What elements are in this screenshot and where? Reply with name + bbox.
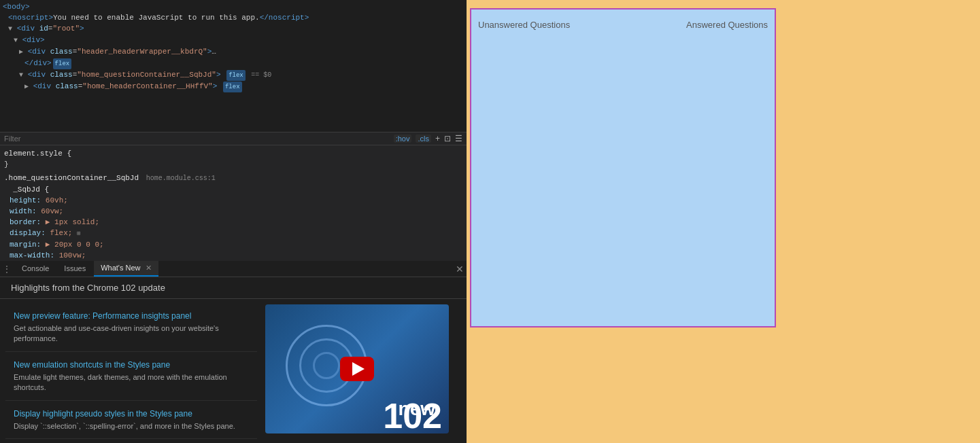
feature-desc-performance: Get actionable and use-case-driven insig…	[14, 323, 249, 344]
whats-new-header: Highlights from the Chrome 102 update	[0, 277, 467, 299]
filter-input[interactable]	[4, 135, 390, 143]
unanswered-label: Unanswered Questions	[478, 20, 570, 30]
panel-close-icon[interactable]: ✕	[456, 264, 464, 274]
dom-line: ▼ <div>	[3, 35, 464, 46]
dom-line: ▼ <div id="root">	[3, 23, 464, 35]
cls-filter[interactable]: .cls	[416, 135, 431, 143]
styles-filter-bar: :hov .cls + ⊡ ☰	[0, 132, 467, 145]
dom-line: ▼ <div class="home_questionContainer__Sq…	[3, 69, 464, 81]
add-style-btn[interactable]: +	[435, 134, 440, 143]
dom-line: <body>	[3, 1, 464, 12]
tab-more-icon[interactable]: ⋮	[3, 264, 11, 274]
question-box: Unanswered Questions Answered Questions	[470, 8, 776, 327]
css-rules: element.style { } .home_questionContaine…	[0, 145, 467, 261]
new-style-rule-btn[interactable]: ⊡	[444, 134, 451, 143]
video-circle-inner	[313, 352, 340, 379]
feature-title-highlight: Display highlight pseudo styles in the S…	[14, 409, 249, 419]
tab-bar: ⋮ Console Issues What's New ✕ ✕	[0, 261, 467, 277]
tab-whats-new[interactable]: What's New ✕	[94, 261, 158, 277]
css-prop-display: display: flex; ⊞	[4, 228, 462, 239]
feature-title-performance: New preview feature: Performance insight…	[14, 311, 249, 321]
feature-title-emulation: New emulation shortcuts in the Styles pa…	[14, 360, 249, 370]
css-selector-line: .home_questionContainer__SqbJd home.modu…	[4, 173, 462, 184]
video-number: 102	[383, 398, 442, 433]
whats-new-panel: Highlights from the Chrome 102 update Ne…	[0, 277, 467, 443]
tab-issues[interactable]: Issues	[57, 262, 92, 277]
whats-new-content: New preview feature: Performance insight…	[0, 299, 467, 443]
video-thumbnail[interactable]: new 102	[265, 304, 449, 433]
feature-card-performance[interactable]: New preview feature: Performance insight…	[5, 304, 257, 352]
tab-close-icon[interactable]: ✕	[146, 264, 152, 272]
css-prop-maxwidth: max-width: 100vw;	[4, 250, 462, 261]
answered-label: Answered Questions	[686, 20, 768, 30]
css-prop-width: width: 60vw;	[4, 206, 462, 217]
dom-line: <noscript>You need to enable JavaScript …	[3, 12, 464, 23]
dom-line: ▶ <div class="home_headerContainer__HHff…	[3, 81, 464, 92]
dom-line: </div>flex	[3, 58, 464, 69]
toggle-sidebar-btn[interactable]: ☰	[455, 134, 462, 143]
preview-area: Unanswered Questions Answered Questions	[467, 0, 980, 443]
feature-desc-emulation: Emulate light themes, dark themes, and m…	[14, 372, 249, 393]
tab-console[interactable]: Console	[15, 262, 56, 277]
feature-desc-highlight: Display `::selection`, `::spelling-error…	[14, 421, 249, 431]
css-prop-border: border: ▶ 1px solid;	[4, 217, 462, 228]
devtools-panel: <body> <noscript>You need to enable Java…	[0, 0, 467, 443]
feature-list: New preview feature: Performance insight…	[5, 304, 257, 443]
dom-tree: <body> <noscript>You need to enable Java…	[0, 0, 467, 132]
css-selector-sqbjd: _SqbJd {	[4, 184, 462, 195]
dom-line: ▶ <div class="header_headerWrapper__kbdr…	[3, 46, 464, 58]
css-rule-element: element.style {	[4, 148, 462, 159]
hov-filter[interactable]: :hov	[394, 135, 412, 143]
feature-card-console[interactable]: Console improvements Properly capture an…	[5, 440, 257, 443]
css-rule-element-close: }	[4, 159, 462, 170]
feature-card-highlight[interactable]: Display highlight pseudo styles in the S…	[5, 402, 257, 439]
play-button[interactable]	[340, 357, 374, 381]
feature-card-emulation[interactable]: New emulation shortcuts in the Styles pa…	[5, 353, 257, 401]
css-prop-margin: margin: ▶ 20px 0 0 0;	[4, 239, 462, 250]
css-prop-height: height: 60vh;	[4, 195, 462, 206]
video-area: new 102	[265, 304, 461, 443]
play-triangle-icon	[352, 362, 365, 376]
